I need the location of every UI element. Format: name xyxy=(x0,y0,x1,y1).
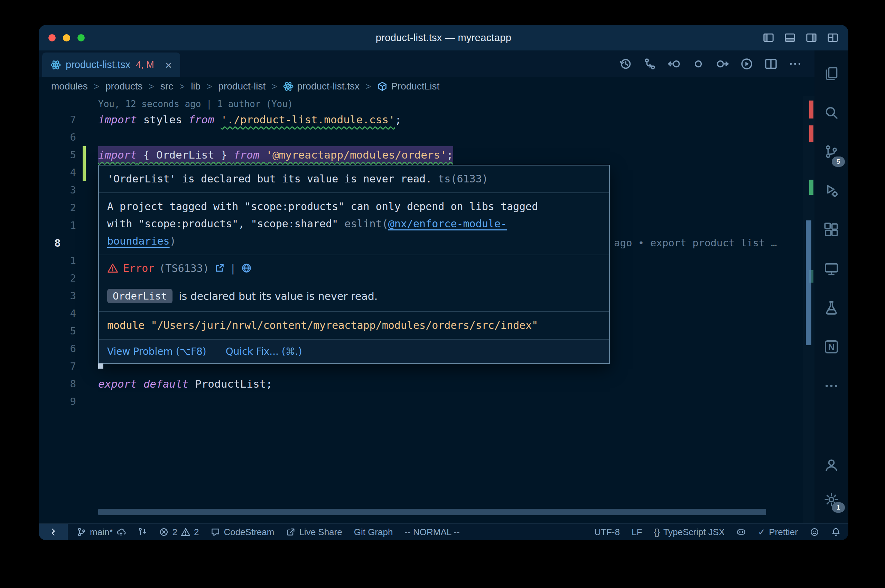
code-line[interactable]: 5import { OrderList } from '@myreactapp/… xyxy=(39,146,803,164)
git-sync-indicator[interactable] xyxy=(138,527,147,537)
customize-layout-icon[interactable] xyxy=(827,32,839,44)
code-text[interactable]: import { OrderList } from '@myreactapp/m… xyxy=(98,146,453,164)
warning-triangle-icon xyxy=(181,527,191,537)
overview-ruler xyxy=(803,96,814,523)
feedback-indicator[interactable] xyxy=(810,527,819,537)
feedback-smiley-icon xyxy=(810,527,819,537)
code-text[interactable]: import styles from './product-list.modul… xyxy=(98,111,401,129)
minimize-window-button[interactable] xyxy=(63,34,70,42)
sidebar-item-nx-console[interactable]: N xyxy=(814,327,848,366)
window-title: product-list.tsx — myreactapp xyxy=(39,32,848,44)
hover-module-row: module "/Users/juri/nrwl/content/myreact… xyxy=(99,311,609,339)
breadcrumb-file[interactable]: product-list.tsx xyxy=(283,81,359,92)
breadcrumb-lib[interactable]: lib xyxy=(191,81,200,92)
ruler-error-mark xyxy=(809,125,813,142)
open-external-icon[interactable] xyxy=(214,262,225,274)
search-icon xyxy=(824,105,839,120)
sidebar-item-explorer[interactable] xyxy=(814,54,848,93)
quick-fix-action[interactable]: Quick Fix... (⌘.) xyxy=(226,346,302,357)
timeline-history-icon[interactable] xyxy=(619,57,633,71)
vim-mode-indicator[interactable]: -- NORMAL -- xyxy=(404,527,460,537)
code-text[interactable]: export default ProductList; xyxy=(98,375,272,393)
navigate-back-icon[interactable] xyxy=(667,57,681,71)
sidebar-item-remote-explorer[interactable] xyxy=(814,249,848,288)
git-gutter-added-indicator xyxy=(83,146,86,181)
sidebar-item-source-control[interactable]: 5 xyxy=(814,132,848,171)
close-window-button[interactable] xyxy=(48,34,56,42)
code-editor[interactable]: You, 12 seconds ago | 1 author (You) 7im… xyxy=(39,96,814,523)
live-share-item[interactable]: Live Share xyxy=(286,527,342,537)
git-graph-item[interactable]: Git Graph xyxy=(354,527,393,537)
codestream-item[interactable]: CodeStream xyxy=(210,527,274,537)
sidebar-item-extensions[interactable] xyxy=(814,210,848,249)
module-path: "/Users/juri/nrwl/content/myreactapp/mod… xyxy=(151,319,538,331)
react-icon xyxy=(51,60,61,70)
breadcrumb-modules[interactable]: modules xyxy=(51,81,88,92)
sidebar-item-settings[interactable]: 1 xyxy=(814,482,848,517)
horizontal-scrollbar-thumb[interactable] xyxy=(98,509,766,515)
error-label: Error xyxy=(123,262,154,274)
breakpoint-circle-icon[interactable] xyxy=(691,57,705,71)
git-compare-icon[interactable] xyxy=(643,57,657,71)
chevron-separator: > xyxy=(94,81,99,92)
breadcrumb-product-list-folder[interactable]: product-list xyxy=(218,81,266,92)
inline-blame-hint: ago • export product list … xyxy=(614,234,777,252)
breadcrumb-src[interactable]: src xyxy=(161,81,173,92)
account-icon xyxy=(824,458,839,472)
tab-product-list[interactable]: product-list.tsx 4, M × xyxy=(42,52,180,77)
settings-badge: 1 xyxy=(832,502,845,513)
tab-close-icon[interactable]: × xyxy=(165,59,172,71)
toggle-secondary-sidebar-icon[interactable] xyxy=(805,32,817,44)
language-mode-indicator[interactable]: {} TypeScript JSX xyxy=(654,527,724,537)
tab-problems-modified-badge: 4, M xyxy=(136,59,154,70)
git-graph-label: Git Graph xyxy=(354,527,393,537)
scm-badge: 5 xyxy=(832,156,845,167)
sidebar-item-search[interactable] xyxy=(814,93,848,132)
hover-resize-grip[interactable] xyxy=(98,363,104,369)
breadcrumb-symbol-label: ProductList xyxy=(391,81,439,92)
codestream-label: CodeStream xyxy=(224,527,274,537)
code-line[interactable]: 8export default ProductList; xyxy=(39,375,803,393)
split-editor-icon[interactable] xyxy=(764,57,778,71)
globe-icon[interactable] xyxy=(241,262,252,274)
copilot-indicator[interactable] xyxy=(736,527,746,537)
run-file-icon[interactable] xyxy=(740,57,754,71)
view-problem-action[interactable]: View Problem (⌥F8) xyxy=(107,346,206,357)
vertical-scrollbar-thumb[interactable] xyxy=(806,220,811,345)
extensions-icon xyxy=(824,222,839,237)
sidebar-item-more[interactable] xyxy=(814,366,848,405)
cloud-upload-icon xyxy=(116,527,126,537)
orderlist-code-chip: OrderList xyxy=(107,289,173,303)
notifications-indicator[interactable] xyxy=(831,527,841,537)
toggle-panel-icon[interactable] xyxy=(784,32,796,44)
breadcrumb-symbol[interactable]: ProductList xyxy=(377,81,439,92)
toggle-primary-sidebar-icon[interactable] xyxy=(763,32,774,44)
notifications-bell-icon xyxy=(831,527,841,537)
navigate-forward-icon[interactable] xyxy=(715,57,729,71)
line-number: 7 xyxy=(39,111,76,129)
encoding-indicator[interactable]: UTF-8 xyxy=(594,527,620,537)
remote-indicator[interactable] xyxy=(39,524,68,540)
eol-indicator[interactable]: LF xyxy=(632,527,642,537)
breadcrumb-products[interactable]: products xyxy=(105,81,143,92)
line-number: 6 xyxy=(39,129,76,146)
code-line[interactable]: 6 xyxy=(39,129,803,146)
hover-chip-row: OrderList is declared but its value is n… xyxy=(99,281,609,311)
problems-indicator[interactable]: 2 2 xyxy=(159,527,199,537)
zoom-window-button[interactable] xyxy=(77,34,85,42)
sidebar-item-testing[interactable] xyxy=(814,288,848,327)
code-line[interactable]: 9 xyxy=(39,393,803,410)
more-actions-icon[interactable] xyxy=(788,57,802,71)
breadcrumb: modules > products > src > lib > product… xyxy=(39,77,814,96)
git-branch-icon xyxy=(77,527,86,537)
sidebar-item-run-debug[interactable] xyxy=(814,171,848,210)
line-number: 8 xyxy=(39,375,76,393)
code-line[interactable]: 7import styles from './product-list.modu… xyxy=(39,111,803,129)
branch-indicator[interactable]: main* xyxy=(77,527,126,537)
prettier-indicator[interactable]: ✓ Prettier xyxy=(758,527,798,537)
braces-icon: {} xyxy=(654,527,660,537)
sidebar-item-account[interactable] xyxy=(814,448,848,482)
tab-label: product-list.tsx xyxy=(66,59,130,70)
pipe-separator: | xyxy=(230,262,236,274)
tab-bar: product-list.tsx 4, M × xyxy=(39,51,814,77)
